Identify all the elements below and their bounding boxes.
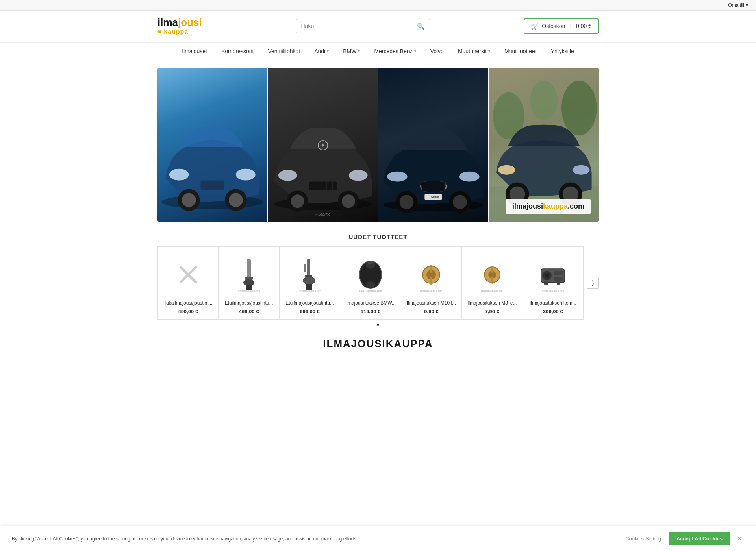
product-price-7: 399,00 € [528, 309, 578, 314]
nav-item-kompressorit[interactable]: Kompressorit [214, 43, 261, 60]
products-section: UUDET TUOTTEET Takailmajousi/joustint...… [142, 233, 614, 326]
product-price-6: 7,90 € [467, 309, 517, 314]
logo-kauppa-icon: ■ [158, 28, 162, 35]
svg-text:✦: ✦ [321, 142, 325, 148]
svg-rect-70 [491, 266, 493, 273]
nav-item-ilmajouset[interactable]: Ilmajouset [175, 43, 214, 60]
search-icon: 🔍 [417, 23, 425, 30]
nav-label-ilmajouset: Ilmajouset [182, 48, 207, 54]
product-card-4[interactable]: ilmajousikauppa.com Ilmajousi taakse BMW… [340, 246, 401, 320]
carousel-dot-1[interactable] [377, 324, 379, 326]
logo-kauppa-text: kauppa [164, 28, 188, 35]
svg-text:• Sterne: • Sterne [315, 212, 330, 216]
svg-point-42 [572, 165, 589, 174]
product-name-6: Ilmajousituksen M8 le... [467, 300, 517, 307]
cart-button[interactable]: 🛒 Ostoskori | 0,00 € [524, 18, 598, 34]
nav-item-muut-tuotteet[interactable]: Muut tuotteet [497, 43, 544, 60]
cart-label: Ostoskori [542, 23, 565, 29]
nav-item-bmw[interactable]: BMW ▾ [336, 43, 367, 60]
product-name-7: Ilmajousituksen kom... [528, 300, 578, 307]
svg-text:EU AUDI: EU AUDI [428, 196, 439, 198]
svg-rect-55 [306, 284, 312, 290]
svg-rect-78 [544, 281, 548, 285]
svg-point-9 [278, 170, 297, 181]
nav-item-mercedes[interactable]: Mercedes Benz ▾ [367, 43, 423, 60]
nav-label-muut-tuotteet: Muut tuotteet [504, 48, 537, 54]
hero-logo-overlay: ilmajousikauppa.com [506, 199, 591, 214]
hero-brand-text: ilmajousikauppa.com [512, 202, 584, 210]
svg-rect-52 [307, 259, 310, 277]
nav-label-bmw: BMW [343, 48, 356, 54]
compressor-svg: ilmajousikauppa.com [535, 257, 571, 292]
hero-car-svg-1 [158, 68, 267, 222]
svg-text:ilmajousikauppa.com: ilmajousikauppa.com [542, 290, 564, 292]
cart-icon: 🛒 [531, 22, 539, 30]
nav-caret-mercedes: ▾ [414, 49, 416, 53]
svg-text:ilmajousikauppa.com: ilmajousikauppa.com [238, 290, 260, 292]
search-input[interactable] [296, 20, 412, 32]
nav-label-mercedes: Mercedes Benz [374, 48, 412, 54]
nav-label-venttiililohkot: Venttiililohkot [268, 48, 300, 54]
svg-point-24 [387, 171, 408, 181]
search-button[interactable]: 🔍 [412, 19, 430, 33]
cart-divider: | [570, 23, 571, 29]
hero-car-svg-4 [489, 68, 599, 222]
svg-point-7 [229, 193, 243, 207]
hero-panel-3: EU AUDI [378, 68, 488, 222]
fitting-m8-svg: ilmajousikauppa.com [474, 257, 510, 292]
nav-item-volvo[interactable]: Volvo [423, 43, 451, 60]
svg-rect-65 [430, 265, 432, 273]
product-name-1: Takailmajousi/joustint... [163, 300, 213, 307]
svg-point-41 [498, 165, 515, 174]
product-img-6: ilmajousikauppa.com [467, 253, 517, 296]
product-img-2: ilmajousikauppa.com [223, 253, 274, 296]
svg-point-1 [169, 168, 189, 180]
product-name-4: Ilmajousi taakse BMW... [345, 300, 396, 307]
strut-svg-1: ilmajousikauppa.com [231, 257, 267, 292]
svg-text:ilmajousikauppa.com: ilmajousikauppa.com [481, 290, 503, 292]
hero-panel-2: ✦ • Sterne [268, 68, 378, 222]
main-nav: Ilmajouset Kompressorit Venttiililohkot … [142, 43, 614, 60]
product-name-3: Etuilmajousi/joustintu... [284, 300, 335, 307]
product-card-7[interactable]: ilmajousikauppa.com Ilmajousituksen kom.… [523, 246, 584, 320]
account-caret-icon: ▾ [746, 2, 748, 8]
carousel-next-button[interactable]: 〉 [587, 277, 598, 289]
account-menu[interactable]: Oma tili ▾ [728, 2, 748, 8]
nav-caret-muut-merkit: ▾ [488, 49, 490, 53]
logo-text-jousi: jousi [178, 17, 202, 28]
svg-point-60 [366, 281, 375, 288]
carousel-dots [158, 324, 598, 326]
product-card-3[interactable]: ilmajousikauppa.com Etuilmajousi/joustin… [280, 246, 340, 320]
logo[interactable]: ilmajousi ■ kauppa [158, 17, 202, 35]
svg-point-75 [545, 273, 549, 278]
svg-point-5 [182, 193, 196, 207]
nav-item-yrityksille[interactable]: Yrityksille [544, 43, 581, 60]
nav-item-audi[interactable]: Audi ▾ [307, 43, 336, 60]
logo-text-ilma: ilma [158, 17, 178, 28]
svg-rect-66 [430, 277, 432, 285]
nav-item-venttiililohkot[interactable]: Venttiililohkot [261, 43, 307, 60]
product-img-4: ilmajousikauppa.com [345, 253, 396, 296]
svg-point-39 [530, 81, 558, 120]
product-card-1[interactable]: Takailmajousi/joustint... 490,00 € [158, 246, 219, 320]
svg-rect-61 [368, 261, 373, 264]
nav-item-muut-merkit[interactable]: Muut merkit ▾ [451, 43, 497, 60]
product-img-5: ilmajousikauppa.com [406, 253, 457, 296]
svg-point-54 [303, 277, 315, 285]
svg-point-33 [453, 195, 467, 209]
product-card-5[interactable]: ilmajousikauppa.com Ilmajousituksen M10 … [401, 246, 462, 320]
hero-panel-1 [158, 68, 267, 222]
product-name-5: Ilmajousituksen M10 l... [406, 300, 457, 307]
product-card-2[interactable]: ilmajousikauppa.com Etuilmajousi/joustin… [219, 246, 279, 320]
no-image-placeholder [176, 263, 200, 287]
svg-text:ilmajousikauppa.com: ilmajousikauppa.com [359, 290, 382, 292]
svg-rect-77 [554, 277, 563, 281]
cart-price: 0,00 € [576, 23, 591, 29]
product-card-6[interactable]: ilmajousikauppa.com Ilmajousituksen M8 l… [462, 246, 523, 320]
fitting-m10-svg: ilmajousikauppa.com [413, 257, 449, 292]
search-bar: 🔍 [296, 19, 430, 33]
svg-point-38 [561, 81, 597, 135]
nav-label-kompressorit: Kompressorit [221, 48, 254, 54]
product-price-4: 119,00 € [345, 309, 396, 314]
nav-label-yrityksille: Yrityksille [551, 48, 574, 54]
